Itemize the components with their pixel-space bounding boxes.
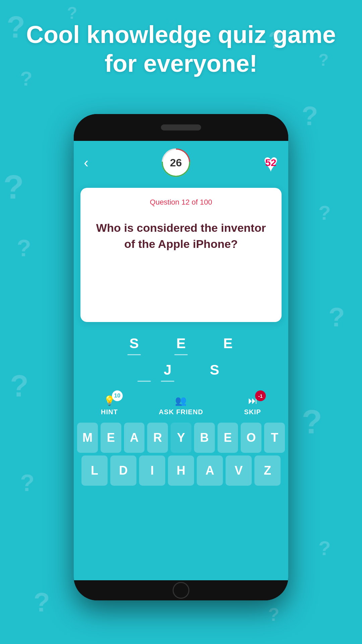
key-H[interactable]: H: [168, 455, 194, 486]
score-value: 52: [265, 157, 276, 168]
app-header: ‹ 26 ♥ 52: [74, 141, 288, 184]
ask-friend-button[interactable]: 👥 ASK FRIEND: [159, 395, 203, 416]
key-V[interactable]: V: [226, 455, 252, 486]
tagline-line1: Cool knowledge quiz game: [26, 21, 336, 48]
key-B[interactable]: B: [194, 423, 215, 453]
answer-letter: S: [127, 335, 141, 352]
answer-letter: [198, 335, 211, 352]
key-A2[interactable]: A: [197, 455, 223, 486]
answer-letter: S: [208, 362, 221, 378]
back-button[interactable]: ‹: [84, 155, 88, 171]
timer-circle: 26: [161, 148, 191, 178]
key-A[interactable]: A: [124, 423, 145, 453]
ask-friend-label: ASK FRIEND: [159, 408, 203, 416]
answer-row-2: J S: [84, 362, 278, 378]
keyboard-row-2: L D I H A V Z: [77, 455, 285, 486]
phone-screen: ‹ 26 ♥ 52 Question 12 of 100 Who is cons…: [74, 141, 288, 580]
key-E[interactable]: E: [101, 423, 121, 453]
hint-button[interactable]: 10 💡 HINT: [101, 395, 118, 416]
skip-badge: -1: [255, 390, 266, 401]
key-Z[interactable]: Z: [254, 455, 281, 486]
key-O[interactable]: O: [241, 423, 261, 453]
key-M[interactable]: M: [77, 423, 98, 453]
answer-letter: J: [161, 362, 174, 378]
answer-area: S E E J S: [74, 329, 288, 392]
hint-badge: 10: [112, 390, 123, 401]
key-L[interactable]: L: [81, 455, 108, 486]
key-T[interactable]: T: [264, 423, 285, 453]
phone-bottom-bar: [74, 580, 288, 600]
answer-letter: E: [221, 335, 235, 352]
answer-blank-row-1: [84, 354, 278, 355]
key-E2[interactable]: E: [218, 423, 238, 453]
answer-letter: [184, 362, 198, 378]
tagline-line2: for everyone!: [105, 50, 257, 77]
keyboard-row-1: M E A R Y B E O T: [77, 423, 285, 453]
answer-blank-row-2: [94, 381, 278, 382]
question-card: Question 12 of 100 Who is considered the…: [80, 188, 282, 322]
key-I[interactable]: I: [139, 455, 165, 486]
friends-icon: 👥: [175, 395, 187, 406]
hint-label: HINT: [101, 408, 118, 416]
skip-label: SKIP: [244, 408, 261, 416]
app-tagline: Cool knowledge quiz game for everyone!: [0, 20, 362, 78]
answer-letter: [151, 335, 164, 352]
phone-home-button[interactable]: [173, 582, 189, 599]
question-progress: Question 12 of 100: [94, 198, 268, 207]
timer-value: 26: [163, 150, 189, 176]
actions-row: 10 💡 HINT 👥 ASK FRIEND -1 ⏭ SKIP: [74, 392, 288, 421]
question-text: Who is considered the inventor of the Ap…: [94, 220, 268, 252]
letter-keyboard: M E A R Y B E O T L D I H A V Z: [74, 421, 288, 490]
answer-letter: E: [174, 335, 188, 352]
answer-row-1: S E E: [84, 335, 278, 352]
key-Y[interactable]: Y: [171, 423, 191, 453]
skip-button[interactable]: -1 ⏭ SKIP: [244, 395, 261, 416]
score-display: ♥ 52: [263, 150, 278, 175]
phone-mockup: ‹ 26 ♥ 52 Question 12 of 100 Who is cons…: [74, 114, 288, 600]
phone-speaker: [161, 124, 201, 130]
phone-top-bar: [74, 114, 288, 141]
key-R[interactable]: R: [147, 423, 168, 453]
key-D[interactable]: D: [110, 455, 136, 486]
